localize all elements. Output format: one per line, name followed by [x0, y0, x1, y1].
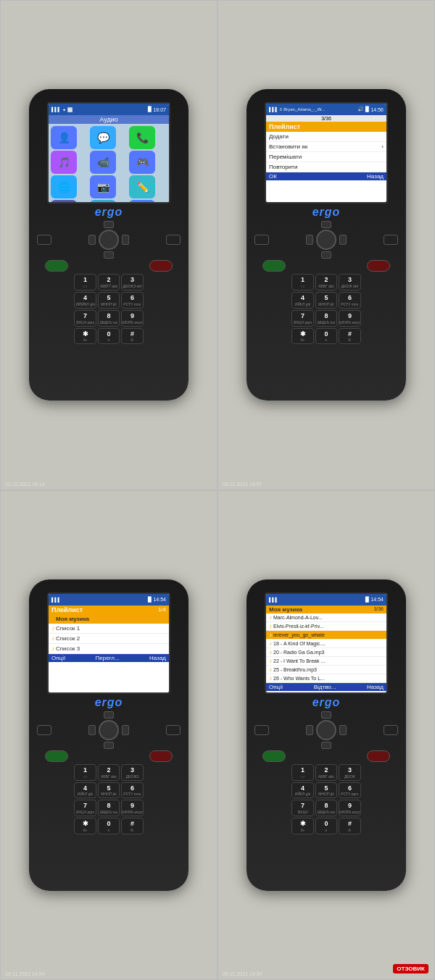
- phone1-end-btn[interactable]: [149, 260, 173, 272]
- key-hash[interactable]: #ℝ: [121, 328, 143, 345]
- p4-key-5[interactable]: 5МНОП jkl: [315, 782, 337, 799]
- app-video[interactable]: 📹: [90, 151, 116, 174]
- phone4-softkey-center[interactable]: Відтво...: [314, 684, 336, 690]
- p2-key-hash[interactable]: #ℝ: [339, 328, 360, 345]
- phone3-call-btn[interactable]: [45, 750, 68, 762]
- phone4-nav-center[interactable]: [316, 720, 336, 740]
- p2-key-3[interactable]: 3ДЕЄЖ def: [339, 274, 360, 290]
- phone4-softkey-right[interactable]: Назад: [367, 684, 384, 690]
- phone3-nav-left[interactable]: [88, 725, 96, 735]
- phone4-track-8[interactable]: ♪ 26 - Who Wants To L...: [266, 674, 386, 683]
- phone4-track-2[interactable]: ♪ Elvis-Presli-iz-kf-Priv...: [266, 622, 386, 631]
- p3-key-1[interactable]: 1○○: [74, 764, 96, 781]
- p3-key-0[interactable]: 0≡: [98, 818, 120, 834]
- p3-key-7[interactable]: 7ФХЦЧ pqrs: [74, 800, 96, 816]
- phone4-nav-up[interactable]: [321, 711, 331, 719]
- phone2-nav-up[interactable]: [321, 221, 331, 228]
- app-phone[interactable]: 📞: [129, 126, 155, 149]
- p3-key-star[interactable]: ✱б+: [74, 818, 96, 834]
- phone4-track-3[interactable]: ♪ ierever_you_go_whate: [266, 631, 386, 640]
- p4-key-star[interactable]: ✱б+: [291, 818, 313, 834]
- phone3-nav-up[interactable]: [104, 711, 114, 719]
- p3-key-6[interactable]: 6РСТУ mno: [121, 782, 143, 799]
- phone4-left-soft[interactable]: [254, 725, 269, 735]
- phone4-track-1[interactable]: ♪ Marc-Almond-A-Lov...: [266, 613, 386, 622]
- phone1-nav-center[interactable]: [99, 230, 119, 250]
- p2-key-2[interactable]: 2АБВГ abc: [315, 274, 337, 290]
- app-browser[interactable]: 🌐: [51, 175, 77, 198]
- phone2-nav-center[interactable]: [316, 230, 336, 250]
- phone3-item-mymusic[interactable]: ♪ Моя музика: [49, 614, 169, 624]
- phone3-nav-right[interactable]: [122, 725, 129, 735]
- app-notes[interactable]: ✏️: [129, 175, 155, 198]
- p4-key-9[interactable]: 9ЬЮЯЪ wxyz: [339, 800, 360, 816]
- phone3-item-list3[interactable]: ♪ Список 3: [49, 644, 169, 654]
- phone2-item-add[interactable]: Додати: [266, 132, 386, 142]
- p4-key-8[interactable]: 8ШЩЬЪ tuv: [315, 800, 337, 816]
- p2-key-7[interactable]: 7ФХЦЧ pqrs: [291, 310, 313, 327]
- phone2-call-btn[interactable]: [262, 260, 286, 272]
- phone1-call-btn[interactable]: [45, 260, 68, 272]
- key-7[interactable]: 7ФХЦЧ pqrs: [74, 310, 96, 327]
- key-star[interactable]: ✱б+: [74, 328, 96, 345]
- p2-key-4[interactable]: 4ИЙКЛ ghi: [291, 292, 313, 309]
- p2-key-9[interactable]: 9ЬЮЯЪ wxyz: [339, 310, 360, 327]
- phone3-end-btn[interactable]: [149, 750, 173, 762]
- phone2-item-set[interactable]: Встановити як ›: [266, 142, 386, 152]
- phone2-item-shuffle[interactable]: Перемішати: [266, 152, 386, 162]
- p3-key-9[interactable]: 9ЬЮЯЪ wxyz: [121, 800, 143, 816]
- phone4-end-btn[interactable]: [367, 750, 390, 762]
- phone4-track-7[interactable]: ♪ 25 - Breakthru.mp3: [266, 666, 386, 674]
- p2-key-5[interactable]: 5МНОП jkl: [315, 292, 337, 309]
- phone1-nav-left[interactable]: [88, 235, 96, 245]
- key-1[interactable]: 1○○: [74, 274, 96, 290]
- phone2-nav-down[interactable]: [321, 251, 331, 259]
- phone1-nav-right[interactable]: [122, 235, 129, 245]
- key-5[interactable]: 5МНОП jkl: [98, 292, 120, 309]
- phone3-softkey-left[interactable]: Опції: [51, 655, 65, 661]
- phone4-nav-right[interactable]: [339, 725, 347, 735]
- phone4-nav-left[interactable]: [306, 725, 313, 735]
- phone3-nav-center[interactable]: [99, 720, 119, 740]
- p2-key-0[interactable]: 0≡: [315, 328, 337, 345]
- phone2-item-repeat[interactable]: Повторити: [266, 162, 386, 172]
- app-tools[interactable]: ⚡: [90, 200, 116, 204]
- phone2-right-soft[interactable]: [384, 235, 398, 245]
- phone3-item-list2[interactable]: ♪ Список 2: [49, 634, 169, 644]
- phone3-softkey-center[interactable]: Перегл...: [96, 655, 120, 661]
- phone2-nav-left[interactable]: [306, 235, 313, 245]
- phone2-left-soft[interactable]: [254, 235, 269, 245]
- key-2[interactable]: 2АБВГҐ abc: [98, 274, 120, 290]
- p4-key-2[interactable]: 2АБВГ abc: [315, 764, 337, 781]
- key-3[interactable]: 3ДЕЄЖЗ def: [121, 274, 143, 290]
- p4-key-7[interactable]: 7ФХЦЧ: [291, 800, 313, 816]
- key-0[interactable]: 0≡: [98, 328, 120, 345]
- phone3-right-soft[interactable]: [166, 725, 181, 735]
- p4-key-hash[interactable]: #ℝ: [339, 818, 360, 834]
- phone1-nav-down[interactable]: [104, 251, 114, 259]
- app-contacts[interactable]: 👤: [51, 126, 77, 149]
- p3-key-2[interactable]: 2АБВГ abc: [98, 764, 120, 781]
- phone4-track-4[interactable]: ♪ 18 - A Kind Of Magic....: [266, 640, 386, 648]
- phone1-right-soft[interactable]: [166, 235, 181, 245]
- key-8[interactable]: 8ШЩЬЪ tuv: [98, 310, 120, 327]
- app-music[interactable]: 🎵: [51, 151, 77, 174]
- app-settings[interactable]: ⚙️: [129, 200, 155, 204]
- p4-key-3[interactable]: 3ДЕЄЖ: [339, 764, 360, 781]
- p3-key-4[interactable]: 4ИЙКЛ ghi: [74, 782, 96, 799]
- key-6[interactable]: 6РСТУ mno: [121, 292, 143, 309]
- phone4-right-soft[interactable]: [384, 725, 398, 735]
- phone3-softkey-right[interactable]: Назад: [149, 655, 166, 661]
- p3-key-3[interactable]: 3ДЕЄЖЗ: [121, 764, 143, 781]
- phone3-nav-down[interactable]: [104, 742, 114, 749]
- p2-key-star[interactable]: ✱б+: [291, 328, 313, 345]
- app-camera[interactable]: 📷: [90, 175, 116, 198]
- phone2-softkey-right[interactable]: Назад: [367, 173, 384, 180]
- phone3-left-soft[interactable]: [37, 725, 51, 735]
- p3-key-8[interactable]: 8ШЩЬЪ tuv: [98, 800, 120, 816]
- phone1-nav-up[interactable]: [104, 221, 114, 228]
- p4-key-6[interactable]: 6РСТУ pqrs: [339, 782, 360, 799]
- p2-key-6[interactable]: 6РСТУ mno: [339, 292, 360, 309]
- phone4-track-5[interactable]: ♪ 20 - Radio Ga Ga.mp3: [266, 648, 386, 657]
- phone2-softkey-left[interactable]: ОК: [269, 173, 277, 180]
